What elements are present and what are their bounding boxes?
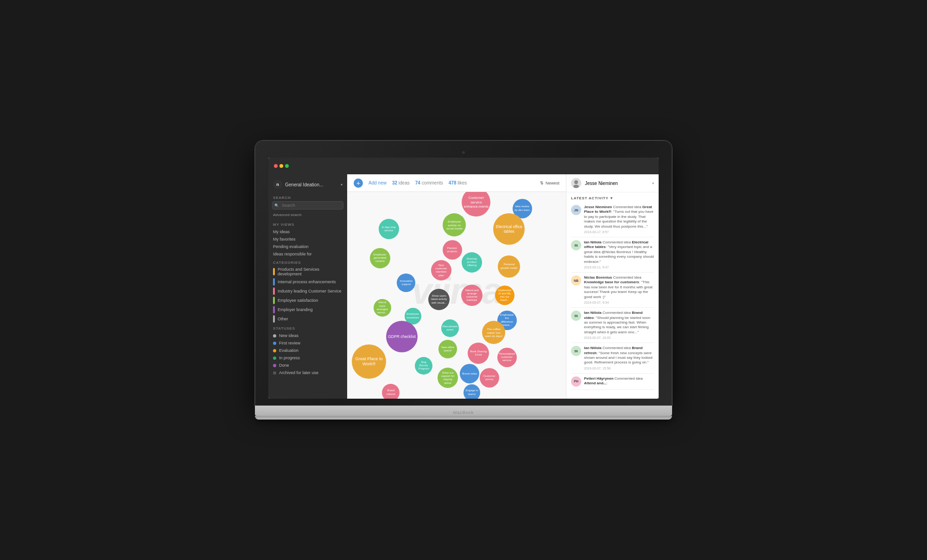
- laptop-container: n General Ideation... ▾ Search 🔍 Advance…: [255, 140, 672, 420]
- bubble-b1[interactable]: Customer service enhance-ments: [462, 192, 490, 216]
- bubble-b12[interactable]: Innovation support: [397, 274, 415, 292]
- bubble-b4[interactable]: Electrical office tables: [493, 213, 525, 245]
- category-employee-satisfaction[interactable]: Employee satisfaction: [268, 296, 347, 305]
- bubble-b10[interactable]: Diversity product offering: [462, 252, 482, 273]
- category-label: Internal process enhancements: [278, 280, 336, 284]
- workspace-selector[interactable]: n General Ideation... ▾: [268, 178, 347, 193]
- laptop-foot: [255, 416, 672, 420]
- bubble-b28[interactable]: Customer survey: [480, 368, 499, 388]
- workspace-name: General Ideation...: [285, 182, 341, 187]
- search-section-label: Search: [268, 193, 347, 201]
- add-new-button[interactable]: +: [354, 178, 363, 188]
- bubble-b24[interactable]: Bug Bounty Program: [415, 357, 432, 375]
- chevron-down-icon[interactable]: ▾: [652, 181, 654, 185]
- minimize-button[interactable]: [279, 164, 283, 168]
- sidebar: n General Ideation... ▾ Search 🔍 Advance…: [268, 174, 347, 399]
- status-circle: [273, 356, 276, 360]
- bubble-b9[interactable]: New customer retention plan: [431, 260, 451, 280]
- activity-item: INIan Niilola Commented idea Electrical …: [571, 237, 654, 273]
- category-employer-branding[interactable]: Employer branding: [268, 305, 347, 314]
- bubble-b11[interactable]: Implement AI and ML into our SaaS...: [495, 286, 514, 305]
- sort-label: Newest: [546, 181, 559, 185]
- ideas-stat: 32 ideas: [392, 180, 410, 185]
- categories-label: CATEGORIES: [268, 258, 347, 266]
- activity-time: 2019-03-11, 9:47: [584, 265, 654, 269]
- category-other[interactable]: Other: [268, 314, 347, 324]
- status-label: In progress: [279, 356, 300, 360]
- chevron-down-icon: ▾: [341, 183, 343, 187]
- activity-item: JNJesse Nieminen Commented idea Great Pl…: [571, 202, 654, 237]
- watermark: viima: [412, 270, 502, 312]
- activity-avatar: PH: [571, 376, 581, 387]
- bubble-b18[interactable]: The coffee maker has seen its days!: [482, 321, 505, 344]
- activity-item: PHPetteri Häyrynen Commented idea Attend…: [571, 374, 654, 390]
- status-label: Evaluation: [279, 348, 298, 353]
- category-label: Employee satisfaction: [278, 298, 318, 303]
- comments-stat: 74 comments: [415, 180, 443, 185]
- activity-text: Petteri Häyrynen Commented idea Attend a…: [584, 376, 654, 387]
- bubble-b8[interactable]: Employee-generated content: [370, 248, 390, 268]
- activity-chevron-icon: ▾: [610, 196, 613, 200]
- activity-text: Jesse Nieminen Commented idea Great Plac…: [584, 205, 654, 234]
- bubble-b16[interactable]: Attend more arranged recruit...: [374, 299, 391, 317]
- status-done[interactable]: Done: [268, 362, 347, 369]
- activity-text: Ian Niilola Commented idea Brand refresh…: [584, 346, 654, 370]
- category-label: Other: [278, 317, 288, 321]
- category-customer-service[interactable]: Industry leading Customer Service: [268, 286, 347, 296]
- category-color-dot: [273, 268, 275, 275]
- status-archived[interactable]: Archived for later use: [268, 369, 347, 376]
- activity-avatar: IN: [571, 240, 581, 250]
- bubble-b21[interactable]: New office space!: [438, 340, 457, 358]
- advanced-search-link[interactable]: Advanced search: [268, 212, 347, 220]
- activity-item: INIan Niilola Commented idea Brand video…: [571, 308, 654, 343]
- sidebar-item-ideas-responsible-for[interactable]: Ideas responsible for: [268, 250, 347, 258]
- sort-selector[interactable]: ⇅ Newest: [540, 181, 559, 185]
- bubble-canvas[interactable]: viima Customer service enhance-mentsEmpl…: [347, 192, 566, 399]
- category-products-services[interactable]: Products and Services development: [268, 266, 347, 277]
- user-name: Jesse Nieminen: [585, 181, 648, 186]
- category-label: Industry leading Customer Service: [278, 289, 342, 293]
- activity-section-header: LATEST ACTIVITY ▾: [566, 192, 659, 202]
- status-first-review[interactable]: First review: [268, 339, 347, 347]
- bubble-b23[interactable]: Personalized customer service: [497, 348, 517, 367]
- bubble-b7[interactable]: Passion projects: [443, 240, 462, 260]
- sidebar-item-my-ideas[interactable]: My ideas: [268, 228, 347, 235]
- category-internal-process[interactable]: Internal process enhancements: [268, 277, 347, 286]
- bubble-b2[interactable]: Employee activity on social media: [443, 213, 466, 236]
- search-box: 🔍: [272, 201, 343, 210]
- bubble-b30[interactable]: Brand refresh: [382, 384, 400, 399]
- bubble-b19[interactable]: GDPR checklist: [386, 321, 418, 352]
- bubble-b14[interactable]: Attend and arrange customer meetups: [461, 285, 483, 306]
- bubble-b25[interactable]: Great Place to Work®: [352, 344, 386, 379]
- maximize-button[interactable]: [285, 164, 289, 168]
- bubble-b20[interactable]: Recruitment event: [441, 319, 459, 337]
- bubble-b6[interactable]: Personal growth model: [498, 255, 520, 278]
- activity-list: JNJesse Nieminen Commented idea Great Pl…: [566, 202, 659, 399]
- app-header: [268, 158, 659, 174]
- avatar: [571, 178, 581, 188]
- bubble-b26[interactable]: Brand video: [460, 364, 479, 383]
- screen-bezel: n General Ideation... ▾ Search 🔍 Advance…: [255, 140, 672, 406]
- status-evaluation[interactable]: Evaluation: [268, 347, 347, 354]
- status-in-progress[interactable]: In progress: [268, 354, 347, 362]
- camera-dot: [462, 151, 465, 154]
- status-label: Done: [279, 363, 289, 368]
- bubble-b27[interactable]: Show our support for staying active: [438, 368, 458, 388]
- bubble-b13[interactable]: Show users latest activity with visual..…: [428, 289, 450, 310]
- status-new-ideas[interactable]: New ideas: [268, 332, 347, 339]
- category-color-dot: [273, 306, 275, 313]
- window-controls: [274, 164, 289, 168]
- sidebar-item-pending-evaluation[interactable]: Pending evaluation: [268, 243, 347, 250]
- bubble-b29[interactable]: Engage in teams: [464, 384, 480, 399]
- bubble-b22[interactable]: Book Sharing Circle: [468, 343, 489, 364]
- activity-avatar: NB: [571, 275, 581, 286]
- add-new-label[interactable]: Add new: [368, 180, 387, 185]
- search-input[interactable]: [272, 201, 343, 210]
- app-body: n General Ideation... ▾ Search 🔍 Advance…: [268, 174, 659, 399]
- sidebar-item-my-favorites[interactable]: My favorites: [268, 235, 347, 243]
- right-panel: Jesse Nieminen ▾ LATEST ACTIVITY ▾ JNJes…: [566, 174, 659, 399]
- activity-avatar: IN: [571, 346, 581, 356]
- close-button[interactable]: [274, 164, 278, 168]
- bubble-b5[interactable]: In App chat service: [379, 219, 399, 239]
- likes-stat: 478 likes: [449, 180, 467, 185]
